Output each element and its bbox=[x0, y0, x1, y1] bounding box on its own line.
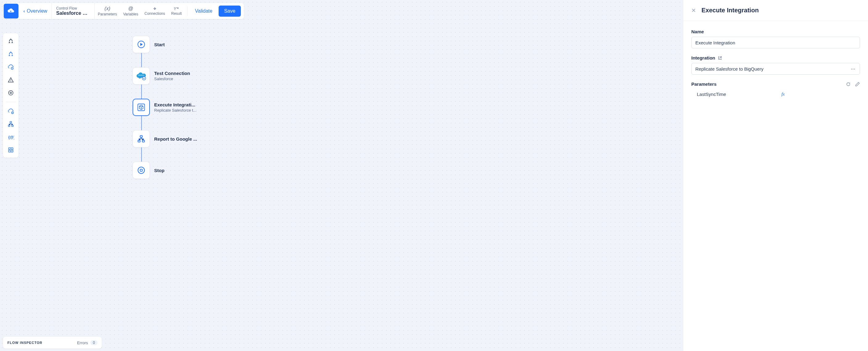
flow-inspector-errors[interactable]: Errors 0 bbox=[77, 340, 97, 345]
name-label: Name bbox=[691, 29, 860, 34]
flow-column: Start salesforce Test Connection Salesfo… bbox=[132, 36, 197, 179]
sitemap-node-icon[interactable] bbox=[132, 130, 150, 147]
connector-line bbox=[141, 53, 142, 67]
details-panel: ✕ Execute Integration Name Integration R… bbox=[683, 0, 868, 351]
node-title: Stop bbox=[154, 168, 164, 173]
fx-button[interactable]: fx bbox=[781, 92, 785, 97]
node-title: Start bbox=[154, 42, 165, 47]
flow-node-test-connection[interactable]: salesforce Test Connection Salesforce bbox=[132, 67, 197, 85]
start-node-icon[interactable] bbox=[132, 36, 150, 53]
close-icon[interactable]: ✕ bbox=[691, 7, 696, 14]
integration-select[interactable]: Replicate Salesforce to BigQuery ⋯ bbox=[691, 63, 860, 75]
panel-header: ✕ Execute Integration bbox=[683, 0, 868, 21]
refresh-icon[interactable] bbox=[846, 82, 851, 87]
connector-line bbox=[141, 116, 142, 130]
flow-node-report[interactable]: Report to Google ... bbox=[132, 130, 197, 147]
flow-canvas[interactable]: Start salesforce Test Connection Salesfo… bbox=[0, 0, 683, 351]
flow-inspector-title: FLOW INSPECTOR bbox=[7, 341, 42, 345]
svg-rect-15 bbox=[140, 136, 143, 138]
node-title: Report to Google ... bbox=[154, 136, 197, 142]
node-title: Execute Integrati... bbox=[154, 102, 196, 107]
panel-body: Name Integration Replicate Salesforce to… bbox=[683, 21, 868, 107]
salesforce-node-icon[interactable]: salesforce bbox=[132, 67, 150, 85]
node-subtitle: Salesforce bbox=[154, 77, 190, 81]
name-field-group: Name bbox=[691, 29, 860, 49]
more-icon[interactable]: ⋯ bbox=[851, 66, 856, 71]
svg-text:salesforce: salesforce bbox=[138, 74, 145, 76]
flow-inspector-bar[interactable]: FLOW INSPECTOR Errors 0 bbox=[3, 337, 102, 349]
node-title: Test Connection bbox=[154, 70, 190, 76]
integration-field-group: Integration Replicate Salesforce to BigQ… bbox=[691, 55, 860, 75]
connector-line bbox=[141, 147, 142, 162]
svg-point-18 bbox=[138, 167, 145, 174]
flow-node-execute-integration[interactable]: Execute Integrati... Replicate Salesforc… bbox=[132, 99, 197, 116]
connector-line bbox=[141, 85, 142, 99]
integration-value: Replicate Salesforce to BigQuery bbox=[695, 66, 764, 71]
flow-node-start[interactable]: Start bbox=[132, 36, 197, 53]
flow-node-stop[interactable]: Stop bbox=[132, 162, 197, 179]
parameters-label: Parameters bbox=[691, 81, 717, 87]
edit-icon[interactable] bbox=[855, 82, 860, 87]
svg-rect-16 bbox=[138, 140, 140, 142]
parameters-section: Parameters LastSyncTime fx bbox=[691, 81, 860, 99]
execute-integration-node-icon[interactable] bbox=[132, 99, 150, 116]
svg-rect-17 bbox=[143, 140, 145, 142]
svg-rect-19 bbox=[140, 169, 143, 172]
node-subtitle: Replicate Salesforce t... bbox=[154, 108, 196, 113]
external-link-icon[interactable] bbox=[718, 56, 722, 60]
stop-node-icon[interactable] bbox=[132, 162, 150, 179]
name-input[interactable] bbox=[691, 37, 860, 49]
parameter-name: LastSyncTime bbox=[697, 92, 726, 97]
panel-title: Execute Integration bbox=[702, 7, 759, 14]
parameter-row[interactable]: LastSyncTime fx bbox=[691, 89, 860, 99]
integration-label: Integration bbox=[691, 55, 860, 60]
errors-count-badge: 0 bbox=[90, 340, 97, 345]
